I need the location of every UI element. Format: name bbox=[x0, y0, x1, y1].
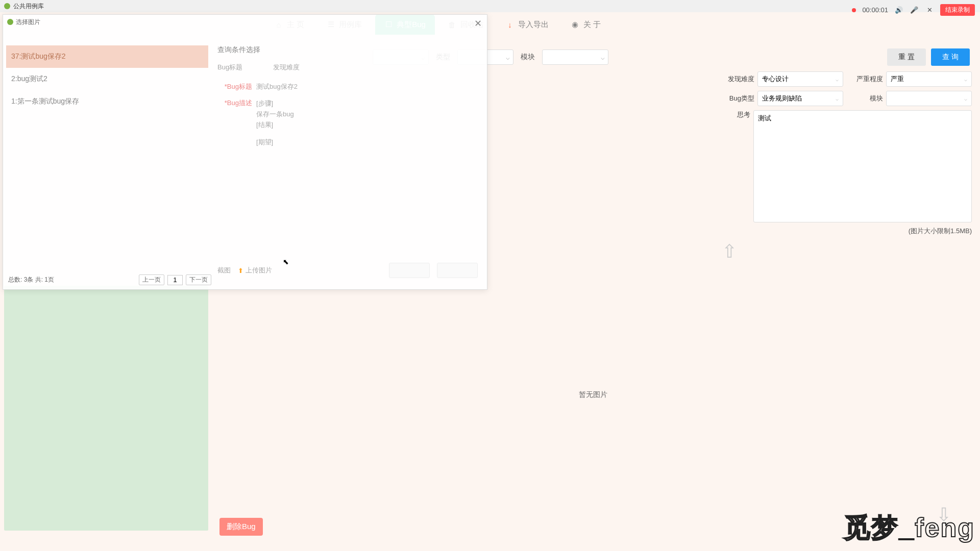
bug-desc-content: [步骤] 保存一条bug [结果] [期望] bbox=[256, 98, 294, 148]
bug-desc-label: *Bug描述 bbox=[217, 98, 256, 108]
size-limit-note: (图片大小限制1.5MB) bbox=[722, 227, 972, 236]
app-icon bbox=[4, 3, 10, 9]
screenshot-button[interactable]: 截图 bbox=[217, 266, 231, 275]
mic-icon[interactable]: 🎤 bbox=[910, 6, 919, 15]
list-item[interactable]: 2:bug测试2 bbox=[6, 68, 208, 90]
bug-form: 查询条件选择 Bug标题 发现难度 *Bug标题 测试bug保存2 *Bug描述… bbox=[217, 45, 478, 155]
window-title-bar: 公共用例库 bbox=[0, 0, 980, 12]
pager-total: 总数: 3条 共: 1页 bbox=[8, 276, 54, 284]
discovery-filter-label: 发现难度 bbox=[273, 63, 300, 72]
module-select[interactable]: ⌵ bbox=[886, 91, 972, 106]
thinking-label: 思考 bbox=[722, 110, 753, 119]
thinking-textarea[interactable]: 测试 bbox=[753, 110, 972, 222]
upload-image-button[interactable]: ⬆ 上传图片 bbox=[238, 266, 272, 275]
thinking-value: 测试 bbox=[758, 114, 771, 122]
select-image-modal: 选择图片 ✕ 37:测试bug保存2 2:bug测试2 1:第一条测试bug保存… bbox=[3, 14, 487, 290]
module-select[interactable]: ⌵ bbox=[542, 49, 608, 65]
discovery-value: 专心设计 bbox=[762, 74, 789, 84]
image-preview-area: 暂无图片 ⇩ bbox=[214, 286, 972, 525]
modal-actions: 截图 ⬆ 上传图片 bbox=[217, 263, 478, 278]
chevron-down-icon: ⌵ bbox=[964, 96, 967, 102]
bugtype-value: 业务规则缺陷 bbox=[762, 94, 802, 103]
query-button[interactable]: 查 询 bbox=[931, 48, 970, 66]
delete-bug-button[interactable]: 删除Bug bbox=[219, 518, 263, 536]
module-label: 模块 bbox=[850, 94, 886, 103]
modal-close-button[interactable]: ✕ bbox=[474, 18, 482, 29]
bugtype-select[interactable]: 业务规则缺陷 ⌵ bbox=[757, 91, 843, 106]
record-timer: 00:00:01 bbox=[862, 6, 888, 14]
severity-value: 严重 bbox=[891, 74, 904, 84]
bug-title-filter-label: Bug标题 bbox=[217, 63, 242, 72]
close-icon[interactable]: ✕ bbox=[925, 6, 934, 15]
desc-steps: [步骤] bbox=[256, 98, 294, 109]
upload-icon: ⬆ bbox=[238, 267, 243, 274]
info-icon: ◉ bbox=[571, 20, 579, 29]
discovery-label: 发现难度 bbox=[722, 74, 757, 84]
download-icon: ↓ bbox=[506, 20, 514, 29]
desc-result: [结果] bbox=[256, 120, 294, 131]
list-item[interactable]: 1:第一条测试bug保存 bbox=[6, 90, 208, 113]
reset-button[interactable]: 重 置 bbox=[887, 48, 926, 66]
chevron-down-icon: ⌵ bbox=[836, 77, 839, 82]
pager: 总数: 3条 共: 1页 上一页 下一页 bbox=[8, 274, 211, 285]
detail-panel: 发现难度 专心设计 ⌵ 严重程度 严重 ⌵ Bug类型 业务规则缺陷 ⌵ 模块 bbox=[722, 71, 972, 262]
recorder-toolbar: 00:00:01 🔊 🎤 ✕ 结束录制 bbox=[852, 4, 975, 16]
app-title: 公共用例库 bbox=[13, 2, 44, 11]
record-indicator-icon bbox=[852, 8, 856, 12]
modal-action-button-1[interactable] bbox=[389, 263, 430, 278]
prev-page-button[interactable]: 上一页 bbox=[139, 274, 164, 285]
page-input[interactable] bbox=[167, 275, 183, 285]
arrow-down-icon[interactable]: ⇩ bbox=[936, 504, 951, 525]
next-page-button[interactable]: 下一页 bbox=[186, 274, 211, 285]
chevron-down-icon: ⌵ bbox=[964, 77, 967, 82]
discovery-select[interactable]: 专心设计 ⌵ bbox=[757, 71, 843, 87]
tab-import-label: 导入导出 bbox=[518, 20, 549, 30]
speaker-icon[interactable]: 🔊 bbox=[894, 6, 903, 15]
no-image-text: 暂无图片 bbox=[214, 286, 972, 504]
bugtype-label: Bug类型 bbox=[722, 94, 757, 103]
chevron-down-icon: ⌵ bbox=[506, 54, 510, 61]
arrow-up-icon[interactable]: ⇧ bbox=[722, 241, 951, 262]
desc-expect: [期望] bbox=[256, 137, 294, 148]
modal-title-bar: 选择图片 bbox=[3, 15, 487, 29]
tab-about-label: 关 于 bbox=[583, 20, 601, 30]
end-record-button[interactable]: 结束录制 bbox=[940, 4, 975, 16]
tab-import-export[interactable]: ↓ 导入导出 bbox=[497, 14, 558, 35]
modal-action-button-2[interactable] bbox=[437, 263, 478, 278]
severity-select[interactable]: 严重 ⌵ bbox=[886, 71, 972, 87]
bug-title-label: *Bug标题 bbox=[217, 82, 256, 91]
left-placeholder-panel bbox=[4, 286, 208, 531]
modal-icon bbox=[7, 19, 13, 25]
bug-list: 37:测试bug保存2 2:bug测试2 1:第一条测试bug保存 bbox=[6, 45, 208, 113]
module-label: 模块 bbox=[521, 53, 535, 62]
chevron-down-icon: ⌵ bbox=[601, 54, 605, 61]
tab-about[interactable]: ◉ 关 于 bbox=[562, 14, 610, 35]
chevron-down-icon: ⌵ bbox=[836, 96, 839, 102]
search-section-title: 查询条件选择 bbox=[217, 45, 478, 55]
desc-save: 保存一条bug bbox=[256, 109, 294, 120]
severity-label: 严重程度 bbox=[850, 74, 886, 84]
bug-title-value: 测试bug保存2 bbox=[256, 82, 298, 91]
modal-title: 选择图片 bbox=[16, 18, 40, 27]
list-item[interactable]: 37:测试bug保存2 bbox=[6, 45, 208, 68]
